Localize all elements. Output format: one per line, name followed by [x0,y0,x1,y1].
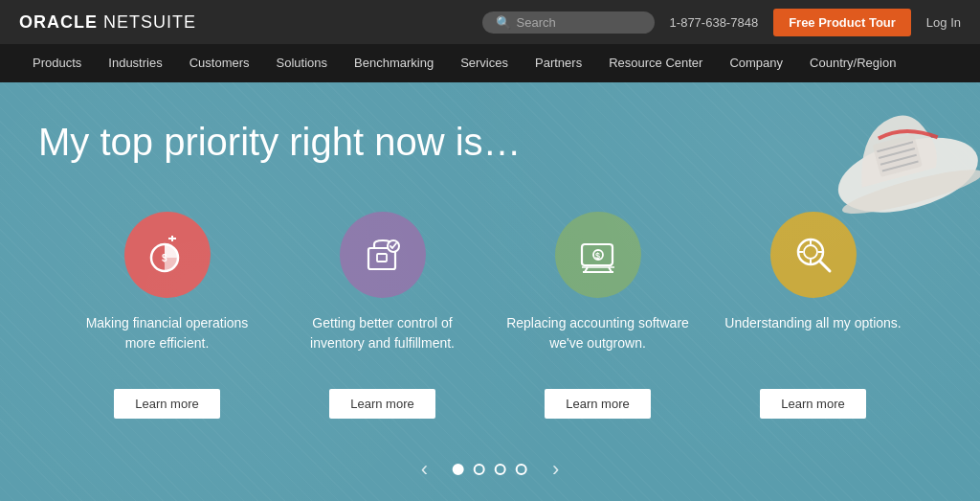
card-icon-accounting: $ [555,212,641,298]
nav-item-solutions[interactable]: Solutions [263,44,341,82]
card-financial: $ Making financial operations more effic… [74,212,260,419]
hero-title: My top priority right now is… [38,121,942,164]
nav-item-partners[interactable]: Partners [522,44,595,82]
hero-section: My top priority right now is… $ Making f… [0,82,980,501]
nav-item-products[interactable]: Products [19,44,95,82]
card-text-inventory: Getting better control of inventory and … [289,313,476,374]
free-product-tour-button[interactable]: Free Product Tour [773,9,911,36]
card-icon-financial: $ [124,212,211,298]
top-right-controls: 🔍 1-877-638-7848 Free Product Tour Log I… [482,9,961,36]
nav-item-company[interactable]: Company [716,44,796,82]
learn-more-button-inventory[interactable]: Learn more [329,389,434,419]
carousel-dot-3[interactable] [495,464,506,475]
card-options: Understanding all my options.Learn more [720,212,906,419]
topbar: ORACLE NETSUITE 🔍 1-877-638-7848 Free Pr… [0,0,980,44]
card-accounting: $ Replacing accounting software we've ou… [504,212,691,419]
shoe-decoration [808,82,980,236]
learn-more-button-options[interactable]: Learn more [760,389,865,419]
card-inventory: Getting better control of inventory and … [289,212,476,419]
nav-item-services[interactable]: Services [447,44,522,82]
nav-item-customers[interactable]: Customers [176,44,263,82]
carousel-dot-2[interactable] [474,464,485,475]
search-bar[interactable]: 🔍 [482,11,655,34]
carousel-controls: ‹ › [406,457,575,482]
nav-item-resource-center[interactable]: Resource Center [595,44,716,82]
carousel-prev-button[interactable]: ‹ [406,457,443,482]
svg-line-22 [820,262,830,271]
cards-container: $ Making financial operations more effic… [38,212,942,419]
svg-rect-12 [377,254,387,262]
learn-more-button-financial[interactable]: Learn more [114,389,219,419]
carousel-next-button[interactable]: › [537,457,574,482]
nav-item-benchmarking[interactable]: Benchmarking [341,44,447,82]
learn-more-button-accounting[interactable]: Learn more [545,389,650,419]
nav-item-country-region[interactable]: Country/Region [796,44,909,82]
svg-text:$: $ [162,253,167,263]
phone-number: 1-877-638-7848 [670,15,759,30]
card-text-accounting: Replacing accounting software we've outg… [504,313,691,374]
card-icon-inventory [340,212,426,298]
carousel-dot-1[interactable] [453,464,464,475]
card-text-options: Understanding all my options. [724,313,901,374]
card-text-financial: Making financial operations more efficie… [74,313,260,374]
oracle-netsuite-logo: ORACLE NETSUITE [19,12,196,33]
svg-text:$: $ [595,251,600,261]
main-navbar: ProductsIndustriesCustomersSolutionsBenc… [0,44,980,82]
search-icon: 🔍 [496,15,511,30]
search-input[interactable] [517,15,641,30]
login-button[interactable]: Log In [926,15,961,30]
carousel-dot-4[interactable] [516,464,527,475]
nav-item-industries[interactable]: Industries [95,44,175,82]
svg-point-23 [804,245,817,259]
